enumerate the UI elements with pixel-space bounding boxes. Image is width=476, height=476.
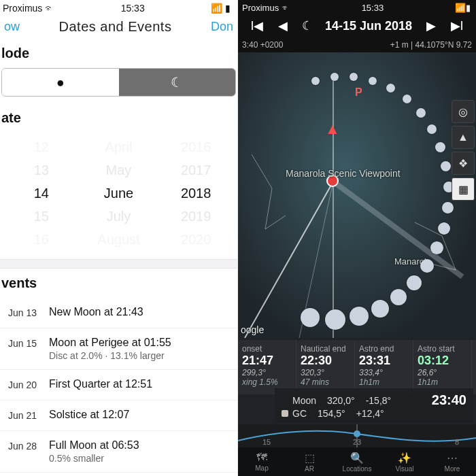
- mode-segmented: ● ☾: [1, 68, 236, 97]
- nav-bar: ow Dates and Events Don: [0, 15, 237, 43]
- status-time: 15:33: [362, 3, 384, 13]
- status-icons: 📶▮: [455, 3, 471, 13]
- direction-arrow-icon: ▲: [325, 120, 340, 138]
- next-button[interactable]: ▶: [424, 18, 438, 33]
- list-item[interactable]: Jun 20First Quarter at 12:51: [0, 370, 237, 401]
- carrier-label: Proximus ᯤ: [242, 3, 290, 13]
- cube-icon: ⬚: [305, 452, 315, 464]
- page-title: Dates and Events: [59, 19, 172, 35]
- status-bar: Proximus ᯤ 15:33 📶 ▮: [0, 0, 237, 15]
- status-icons: 📶 ▮: [211, 3, 231, 14]
- map-view[interactable]: P ▲ Manarola Scenic Viewpoint Manarola: [238, 52, 476, 338]
- date-range[interactable]: 14-15 Jun 2018: [325, 19, 412, 33]
- status-time: 15:33: [121, 3, 145, 14]
- list-item[interactable]: Jun 21Solstice at 12:07: [0, 401, 237, 431]
- tab-map[interactable]: 🗺Map: [238, 447, 286, 476]
- sparkle-icon: ✨: [398, 452, 411, 464]
- carrier-label: Proximus ᯤ: [3, 3, 54, 14]
- card[interactable]: onset21:47299,3°xing 1.5%: [238, 340, 296, 394]
- last-button[interactable]: ▶I: [450, 18, 464, 33]
- event-cards[interactable]: onset21:47299,3°xing 1.5% Nautical end22…: [238, 340, 476, 394]
- mode-sun[interactable]: ●: [2, 69, 119, 96]
- sun-icon: ●: [56, 75, 65, 90]
- tool-layers[interactable]: ❖: [452, 152, 475, 175]
- planner-panel: Proximus ᯤ 15:33 📶▮ I◀ ◀ ☾ 14-15 Jun 201…: [238, 0, 476, 476]
- dates-events-panel: Proximus ᯤ 15:33 📶 ▮ ow Dates and Events…: [0, 0, 238, 476]
- day-wheel[interactable]: 12 13 14 15 16: [3, 135, 80, 251]
- list-item[interactable]: Jun 28Full Moon at 06:530.5% smaller: [0, 431, 237, 473]
- events-label: vents: [0, 269, 237, 298]
- date-label: ate: [0, 107, 237, 133]
- timeline[interactable]: 15 23 8: [238, 424, 476, 447]
- tab-ar[interactable]: ⬚AR: [286, 447, 333, 476]
- map-attribution: oogle: [241, 324, 264, 335]
- month-wheel[interactable]: April May June July August: [80, 135, 157, 251]
- tool-terrain[interactable]: ▲: [452, 126, 475, 149]
- tab-locations[interactable]: 🔍Locations: [333, 447, 381, 476]
- year-wheel[interactable]: 2016 2017 2018 2019 2020: [158, 135, 235, 251]
- prev-button[interactable]: ◀: [276, 18, 290, 33]
- map-icon: 🗺: [256, 452, 267, 464]
- sub-info-bar: 3:40 +0200 +1 m | 44.1075°N 9.72: [238, 39, 476, 52]
- list-item[interactable]: Jun 30Moon at Apogee at 04:43Disc at 96.…: [0, 473, 237, 476]
- poi-label: Manarola Scenic Viewpoint: [286, 168, 401, 179]
- search-icon: 🔍: [350, 452, 364, 464]
- timezone-label: 3:40 +0200: [242, 40, 283, 50]
- tab-visual[interactable]: ✨Visual: [381, 447, 428, 476]
- moon-phase-icon: ☾: [302, 18, 313, 33]
- more-icon: ⋯: [447, 452, 458, 464]
- mode-label: lode: [0, 43, 237, 68]
- card[interactable]: Astro end23:31333,4°1h1m: [355, 340, 413, 394]
- events-list[interactable]: Jun 13New Moon at 21:43 Jun 15Moon at Pe…: [0, 298, 237, 476]
- first-button[interactable]: I◀: [250, 18, 264, 33]
- tab-bar: 🗺Map ⬚AR 🔍Locations ✨Visual ⋯More: [238, 447, 476, 476]
- readout-clock: 23:40: [402, 392, 466, 408]
- list-item[interactable]: Jun 13New Moon at 21:43: [0, 298, 237, 328]
- card[interactable]: Nautical end22:30320,3°47 mins: [296, 340, 355, 394]
- status-bar: Proximus ᯤ 15:33 📶▮: [238, 0, 476, 14]
- mode-moon[interactable]: ☾: [119, 69, 236, 96]
- back-button[interactable]: ow: [4, 20, 20, 34]
- list-item[interactable]: Jun 15Moon at Perigee at 01:55Disc at 2.…: [0, 328, 237, 370]
- done-button[interactable]: Don: [211, 20, 233, 34]
- location-label: +1 m | 44.1075°N 9.72: [390, 40, 472, 50]
- moon-icon: ☾: [171, 74, 183, 90]
- date-picker[interactable]: 12 13 14 15 16 April May June July Augus…: [0, 133, 237, 254]
- position-readout: Moon 320,0° -15,8° 23:40 GC 154,5° +12,4…: [275, 388, 473, 423]
- tool-satellite[interactable]: ▦: [452, 177, 475, 201]
- tool-target[interactable]: ◎: [452, 100, 475, 123]
- date-nav: I◀ ◀ ☾ 14-15 Jun 2018 ▶ ▶I: [238, 14, 476, 39]
- card[interactable]: Naut: [472, 340, 476, 394]
- svg-line-1: [245, 182, 333, 338]
- wifi-icon: ᯤ: [45, 3, 54, 14]
- tab-more[interactable]: ⋯More: [428, 447, 476, 476]
- card[interactable]: Astro start03:1226,6°1h1m: [413, 340, 472, 394]
- p-marker: P: [355, 86, 362, 99]
